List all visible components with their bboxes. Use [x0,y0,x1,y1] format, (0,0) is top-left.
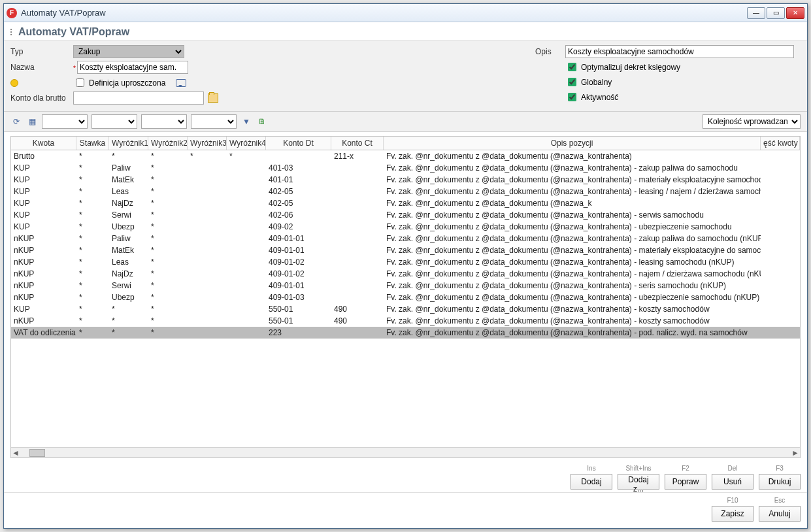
konto-input[interactable] [73,91,204,105]
table-row[interactable]: nKUP***550-01490Fv. zak. @nr_dokumentu z… [11,315,800,327]
table-cell [227,291,266,303]
table-cell [331,268,384,280]
table-cell [331,221,384,233]
table-cell: nKUP [11,315,76,327]
table-cell: Leas [109,256,148,268]
comment-icon[interactable] [176,79,186,87]
definicja-label: Definicja uproszczona [89,78,165,88]
filter-4[interactable] [191,114,237,129]
table-row[interactable]: nKUP*NajDz*409-01-02Fv. zak. @nr_dokumen… [11,268,800,280]
dodaj-button[interactable]: Dodaj [571,474,612,490]
globalny-label: Globalny [581,78,612,87]
table-cell: 409-01-01 [266,233,331,244]
table-cell: KUP [11,197,76,209]
table-cell: Fv. zak. @nr_dokumentu z @data_dokumentu… [384,244,761,256]
table-cell [227,327,266,339]
table-cell: KUP [11,221,76,233]
column-header[interactable]: Opis pozycji [384,137,761,150]
table-cell [227,244,266,256]
filter-2[interactable] [91,114,137,129]
table-cell: * [148,162,188,174]
scroll-left-icon[interactable]: ◄ [11,448,20,457]
minimize-button[interactable]: — [747,7,765,19]
column-header[interactable]: Konto Ct [331,137,384,150]
table-cell [331,174,384,186]
table-cell [227,209,266,221]
table-cell: 409-01-02 [266,256,331,268]
table-cell [227,280,266,291]
table-cell: NajDz [109,268,148,280]
popraw-button[interactable]: Popraw [665,474,706,490]
titlebar[interactable]: F Automaty VAT/Popraw — ▭ ✕ [4,4,807,22]
globalny-checkbox[interactable] [568,78,576,86]
table-cell: * [227,150,266,162]
table-cell [331,186,384,197]
table-row[interactable]: nKUP*Ubezp*409-01-03Fv. zak. @nr_dokumen… [11,291,800,303]
filter-1[interactable] [42,114,88,129]
usun-hint: Del [727,465,737,474]
folder-icon[interactable] [208,93,218,103]
page-title: Automaty VAT/Popraw [18,26,129,38]
column-header[interactable]: Stawka [76,137,109,150]
table-row[interactable]: VAT do odliczenia***223Fv. zak. @nr_doku… [11,327,800,339]
anuluj-button[interactable]: Anuluj [759,506,801,522]
table-row[interactable]: nKUP*MatEk*409-01-01Fv. zak. @nr_dokumen… [11,244,800,256]
typ-select[interactable]: Zakup [73,45,184,58]
table-cell [761,221,800,233]
column-header[interactable]: Wyróżnik2 [148,137,188,150]
column-header[interactable]: Wyróżnik1 [109,137,148,150]
clear-filter-icon[interactable]: ▦ [26,116,38,127]
table-row[interactable]: KUP*Ubezp*409-02Fv. zak. @nr_dokumentu z… [11,221,800,233]
scroll-right-icon[interactable]: ► [791,448,800,457]
table-row[interactable]: KUP*NajDz*402-05Fv. zak. @nr_dokumentu z… [11,197,800,209]
table-row[interactable]: nKUP*Serwi*409-01-01Fv. zak. @nr_dokumen… [11,280,800,291]
column-header[interactable]: Wyróżnik4 [227,137,266,150]
definicja-checkbox[interactable] [76,78,84,87]
table-cell: * [148,197,188,209]
window-title: Automaty VAT/Popraw [21,8,747,18]
table-cell: Ubezp [109,221,148,233]
table-row[interactable]: KUP*Paliw*401-03Fv. zak. @nr_dokumentu z… [11,162,800,174]
scroll-thumb[interactable] [29,449,45,457]
usun-button[interactable]: Usuń [712,474,753,490]
table-row[interactable]: Brutto*****211-xFv. zak. @nr_dokumentu z… [11,150,800,162]
table-cell: 409-02 [266,221,331,233]
table-cell: KUP [11,186,76,197]
column-header[interactable]: Konto Dt [266,137,331,150]
table-row[interactable]: KUP*MatEk*401-01Fv. zak. @nr_dokumentu z… [11,174,800,186]
optymalizuj-checkbox[interactable] [568,63,576,71]
table-cell [188,233,227,244]
table-row[interactable]: nKUP*Paliw*409-01-01Fv. zak. @nr_dokumen… [11,233,800,244]
filter-3[interactable] [141,114,187,129]
opis-input[interactable] [565,45,794,58]
zapisz-button[interactable]: Zapisz [712,506,753,522]
table-cell: Fv. zak. @nr_dokumentu z @data_dokumentu… [384,209,761,221]
horizontal-scrollbar[interactable]: ◄ ► [11,447,800,457]
konto-label: Konto dla brutto [10,91,69,105]
nazwa-input[interactable] [77,61,188,74]
column-header[interactable]: ęść kwoty [761,137,800,150]
aktywnosc-checkbox[interactable] [568,93,576,101]
export-icon[interactable]: 🗎 [256,116,268,127]
column-header[interactable]: Kwota [11,137,76,150]
close-button[interactable]: ✕ [786,7,804,19]
table-row[interactable]: KUP*Leas*402-05Fv. zak. @nr_dokumentu z … [11,186,800,197]
filter-toolbar: ⟳ ▦ ▼ 🗎 Kolejność wprowadzania [4,112,807,132]
grid-body[interactable]: Brutto*****211-xFv. zak. @nr_dokumentu z… [11,150,800,447]
maximize-button[interactable]: ▭ [767,7,785,19]
table-cell: KUP [11,162,76,174]
table-cell [331,280,384,291]
refresh-icon[interactable]: ⟳ [10,116,22,127]
dodajz-button[interactable]: Dodaj z... [618,474,659,490]
column-header[interactable]: Wyróżnik3 [188,137,227,150]
table-cell [331,162,384,174]
funnel-icon[interactable]: ▼ [240,116,252,127]
table-row[interactable]: KUP***550-01490Fv. zak. @nr_dokumentu z … [11,303,800,315]
table-row[interactable]: KUP*Serwi*402-06Fv. zak. @nr_dokumentu z… [11,209,800,221]
table-cell: Fv. zak. @nr_dokumentu z @data_dokumentu… [384,233,761,244]
table-cell: * [188,150,227,162]
order-select[interactable]: Kolejność wprowadzania [703,114,801,129]
drukuj-button[interactable]: Drukuj [759,474,801,490]
table-cell: nKUP [11,291,76,303]
table-row[interactable]: nKUP*Leas*409-01-02Fv. zak. @nr_dokument… [11,256,800,268]
